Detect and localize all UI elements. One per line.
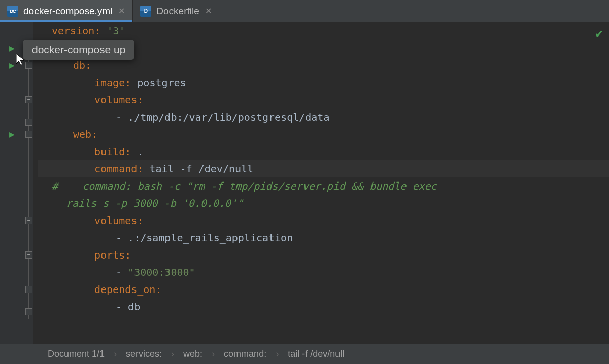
code-content[interactable]: version: '3' services: db: image: postgr…: [33, 22, 609, 344]
code-line[interactable]: version: '3': [38, 22, 609, 40]
dockerfile-file-icon: D: [140, 6, 151, 17]
fold-end-icon[interactable]: [25, 119, 32, 126]
fold-icon[interactable]: −: [25, 62, 32, 69]
chevron-right-icon: ›: [212, 349, 215, 359]
tab-dockerfile[interactable]: D Dockerfile ✕: [133, 0, 220, 22]
code-line[interactable]: - .:/sample_rails_application: [38, 229, 609, 246]
fold-icon[interactable]: −: [25, 217, 32, 224]
code-line[interactable]: ports:: [38, 246, 609, 264]
fold-icon[interactable]: −: [25, 286, 32, 293]
code-line[interactable]: web:: [38, 126, 609, 143]
code-line[interactable]: build: .: [38, 143, 609, 160]
chevron-right-icon: ›: [171, 349, 174, 359]
chevron-right-icon: ›: [276, 349, 279, 359]
code-line[interactable]: volumes:: [38, 91, 609, 108]
fold-guide: [28, 46, 29, 319]
fold-icon[interactable]: −: [25, 131, 32, 138]
fold-end-icon[interactable]: [25, 308, 32, 315]
run-icon[interactable]: ▶: [9, 40, 15, 57]
breadcrumb-item[interactable]: Document 1/1: [48, 349, 105, 359]
tab-label: Dockerfile: [156, 6, 199, 17]
run-icon[interactable]: ▶: [9, 57, 15, 74]
fold-icon[interactable]: −: [25, 96, 32, 103]
code-line[interactable]: command: tail -f /dev/null: [38, 160, 609, 177]
code-line[interactable]: # command: bash -c "rm -f tmp/pids/serve…: [38, 177, 609, 195]
breadcrumb-item[interactable]: tail -f /dev/null: [288, 349, 344, 359]
fold-icon[interactable]: −: [25, 251, 32, 259]
gutter: ▶ ▶ ▶: [0, 22, 24, 344]
run-icon[interactable]: ▶: [9, 126, 15, 143]
code-line[interactable]: volumes:: [38, 212, 609, 229]
tab-docker-compose[interactable]: DC docker-compose.yml ✕: [0, 0, 133, 22]
code-line[interactable]: - ./tmp/db:/var/lib/postgresql/data: [38, 108, 609, 126]
chevron-right-icon: ›: [114, 349, 117, 359]
close-icon[interactable]: ✕: [117, 6, 125, 16]
close-icon[interactable]: ✕: [205, 6, 213, 16]
code-line[interactable]: image: postgres: [38, 74, 609, 91]
tab-label: docker-compose.yml: [23, 6, 112, 17]
checkmark-icon[interactable]: ✔: [596, 26, 603, 41]
fold-column: − − − − − − −: [24, 22, 33, 344]
breadcrumb-bar: Document 1/1 › services: › web: › comman…: [0, 344, 609, 364]
tab-bar: DC docker-compose.yml ✕ D Dockerfile ✕: [0, 0, 609, 22]
breadcrumb-item[interactable]: command:: [224, 349, 266, 359]
docker-compose-file-icon: DC: [7, 6, 18, 17]
breadcrumb-item[interactable]: services:: [126, 349, 162, 359]
code-line[interactable]: rails s -p 3000 -b '0.0.0.0'": [38, 195, 609, 212]
code-line[interactable]: depends_on:: [38, 281, 609, 298]
run-tooltip: docker-compose up: [23, 40, 134, 60]
breadcrumb-item[interactable]: web:: [183, 349, 202, 359]
code-line[interactable]: - "3000:3000": [38, 264, 609, 281]
code-line[interactable]: - db: [38, 298, 609, 315]
editor-area[interactable]: ▶ ▶ ▶ − − − − − − − version: '3' service…: [0, 22, 609, 344]
